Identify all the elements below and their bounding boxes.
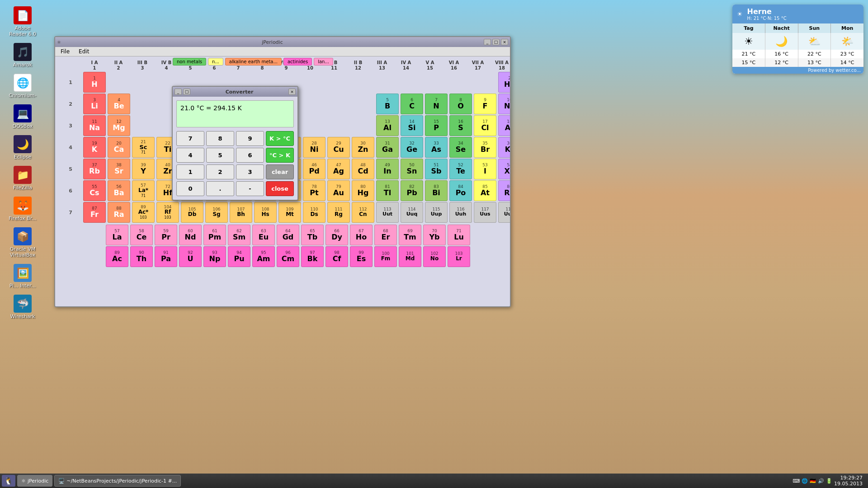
element-Mg[interactable]: 12Mg — [108, 115, 130, 136]
element-I[interactable]: 53I — [474, 159, 496, 179]
element-Gd[interactable]: 64Gd — [277, 225, 299, 245]
legend-nonmetals[interactable]: non metals — [173, 58, 206, 66]
jperiodic-titlebar[interactable]: ⚛ jPeriodic _ □ × — [55, 37, 510, 47]
element-Cm[interactable]: 96Cm — [277, 246, 299, 267]
element-Mt[interactable]: 109Mt — [278, 202, 301, 223]
desktop-icon-wireshark[interactable]: 🦈 Wireshark — [5, 293, 41, 321]
element-Sc[interactable]: 21Sc71 — [132, 137, 155, 158]
btn-close[interactable]: close — [266, 181, 294, 196]
element-Sb[interactable]: 51Sb — [425, 159, 448, 179]
btn-9[interactable]: 9 — [236, 131, 264, 146]
minimize-button[interactable]: _ — [484, 39, 491, 45]
element-Sr[interactable]: 38Sr — [108, 159, 130, 179]
desktop-icon-oracle[interactable]: 📦 Oracle VM VirtualBox — [5, 225, 41, 260]
taskbar-jperiodic[interactable]: ⚛ jPeriodic — [17, 475, 52, 487]
element-Tb[interactable]: 65Tb — [301, 225, 324, 245]
element-Na[interactable]: 11Na — [83, 115, 106, 136]
element-Bi[interactable]: 83Bi — [425, 180, 448, 201]
element-U[interactable]: 92U — [179, 246, 202, 267]
desktop-icon-amarok[interactable]: 🎵 Amarok — [5, 41, 41, 70]
element-Uuo[interactable]: 118Uuo — [498, 202, 510, 223]
element-Ac89[interactable]: 89Ac*103 — [132, 202, 155, 223]
element-Si[interactable]: 14Si — [401, 115, 423, 136]
desktop-icon-chromium[interactable]: 🌐 Chromium- — [5, 72, 41, 100]
element-Cf[interactable]: 98Cf — [326, 246, 348, 267]
element-Pb[interactable]: 82Pb — [401, 180, 423, 201]
desktop-icon-eclipse[interactable]: 🌙 Eclipse — [5, 133, 41, 162]
element-As[interactable]: 33As — [425, 137, 448, 158]
desktop-icon-dosbox[interactable]: 💻 DOSBox — [5, 103, 41, 131]
btn-0[interactable]: 0 — [176, 181, 204, 196]
element-Pa[interactable]: 91Pa — [155, 246, 177, 267]
element-Pd[interactable]: 46Pd — [303, 159, 326, 179]
element-Am[interactable]: 95Am — [252, 246, 275, 267]
btn-4[interactable]: 4 — [176, 148, 204, 163]
btn-8[interactable]: 8 — [206, 131, 234, 146]
element-Pu[interactable]: 94Pu — [228, 246, 250, 267]
btn-3[interactable]: 3 — [236, 164, 264, 179]
element-Uut[interactable]: 113Uut — [376, 202, 399, 223]
element-S[interactable]: 16S — [449, 115, 472, 136]
element-Ra[interactable]: 88Ra — [108, 202, 130, 223]
element-Zn[interactable]: 30Zn — [352, 137, 374, 158]
element-Ga[interactable]: 31Ga — [376, 137, 399, 158]
element-Np[interactable]: 93Np — [203, 246, 226, 267]
element-Cn[interactable]: 112Cn — [352, 202, 374, 223]
element-Th[interactable]: 90Th — [130, 246, 153, 267]
element-Yb[interactable]: 70Yb — [423, 225, 446, 245]
element-No[interactable]: 102No — [423, 246, 446, 267]
element-Ca[interactable]: 20Ca — [108, 137, 130, 158]
element-Md[interactable]: 101Md — [399, 246, 421, 267]
element-Ho[interactable]: 67Ho — [350, 225, 373, 245]
element-Ar[interactable]: 18Ar — [498, 115, 510, 136]
maximize-button[interactable]: □ — [492, 39, 500, 45]
element-Hs[interactable]: 108Hs — [254, 202, 277, 223]
element-Rg[interactable]: 111Rg — [327, 202, 350, 223]
legend-metals[interactable]: n... — [208, 58, 223, 66]
element-Uus[interactable]: 117Uus — [474, 202, 496, 223]
element-Po[interactable]: 84Po — [449, 180, 472, 201]
element-Lu[interactable]: 71Lu — [448, 225, 470, 245]
element-Er[interactable]: 68Er — [374, 225, 397, 245]
element-Xe[interactable]: 54Xe — [498, 159, 510, 179]
element-Pt[interactable]: 78Pt — [303, 180, 326, 201]
element-Db[interactable]: 105Db — [181, 202, 203, 223]
element-La[interactable]: 57La — [106, 225, 128, 245]
element-Te[interactable]: 52Te — [449, 159, 472, 179]
element-Se[interactable]: 34Se — [449, 137, 472, 158]
element-Pr[interactable]: 59Pr — [155, 225, 177, 245]
btn-1[interactable]: 1 — [176, 164, 204, 179]
element-Ac[interactable]: 89Ac — [106, 246, 128, 267]
element-Uup[interactable]: 115Uup — [425, 202, 448, 223]
element-Lr[interactable]: 103Lr — [448, 246, 470, 267]
element-Ni[interactable]: 28Ni — [303, 137, 326, 158]
element-Sg[interactable]: 106Sg — [205, 202, 228, 223]
btn-k-to-c[interactable]: K > °C — [266, 131, 294, 146]
btn-2[interactable]: 2 — [206, 164, 234, 179]
converter-minimize[interactable]: _ — [175, 89, 182, 95]
element-K[interactable]: 19K — [83, 137, 106, 158]
element-La57[interactable]: 57La*71 — [132, 180, 155, 201]
btn-7[interactable]: 7 — [176, 131, 204, 146]
element-Cs[interactable]: 55Cs — [83, 180, 106, 201]
legend-alkaline-earth[interactable]: alkaline earth meta... — [225, 58, 282, 66]
element-In[interactable]: 49In — [376, 159, 399, 179]
element-Bk[interactable]: 97Bk — [301, 246, 324, 267]
element-Dy[interactable]: 66Dy — [326, 225, 348, 245]
element-N[interactable]: 7N — [425, 94, 448, 114]
element-Rb[interactable]: 37Rb — [83, 159, 106, 179]
converter-close-btn[interactable]: × — [288, 89, 296, 95]
element-C[interactable]: 6C — [401, 94, 423, 114]
element-Y[interactable]: 39Y — [132, 159, 155, 179]
btn-5[interactable]: 5 — [206, 148, 234, 163]
element-Ge[interactable]: 32Ge — [401, 137, 423, 158]
desktop-icon-adobe[interactable]: 📄 Adobe Reader 6.0 — [5, 5, 41, 39]
element-He[interactable]: 2He — [498, 72, 510, 93]
btn-c-to-k[interactable]: °C > K — [266, 148, 294, 163]
element-Uuq[interactable]: 114Uuq — [401, 202, 423, 223]
element-Tl[interactable]: 81Tl — [376, 180, 399, 201]
element-B[interactable]: 5B — [376, 94, 399, 114]
element-Ba[interactable]: 56Ba — [108, 180, 130, 201]
element-Eu[interactable]: 63Eu — [252, 225, 275, 245]
element-Rf[interactable]: 104Rf103 — [156, 202, 179, 223]
